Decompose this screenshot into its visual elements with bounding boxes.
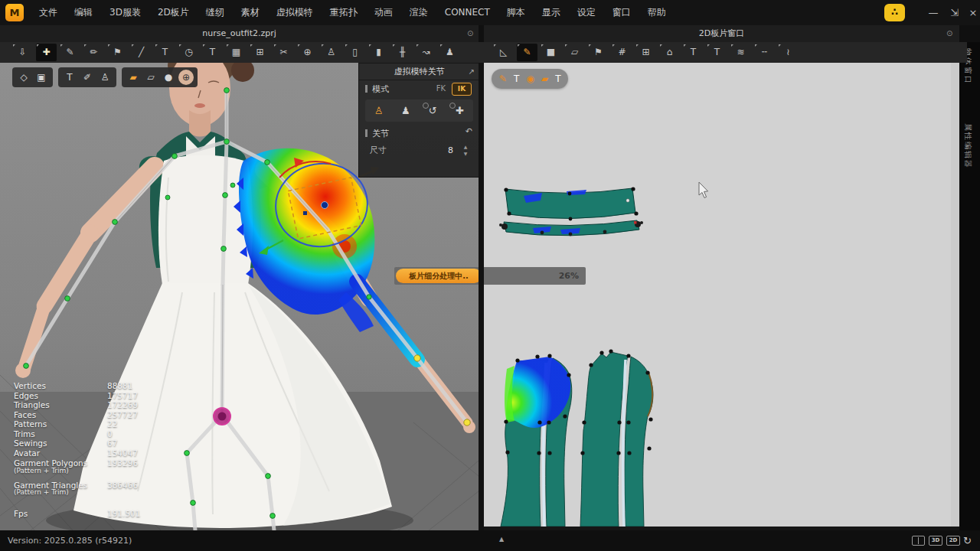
apron[interactable] bbox=[158, 155, 253, 285]
expand-arrow-icon[interactable]: ▲ bbox=[499, 530, 504, 549]
close-button[interactable]: × bbox=[962, 0, 980, 25]
3d-panel-pin-icon[interactable]: ⊙ bbox=[467, 28, 473, 40]
menu-sewing[interactable]: 缝纫 bbox=[198, 0, 233, 25]
fabric-on-icon[interactable]: ▰ bbox=[126, 70, 141, 85]
shirt-dots-icon[interactable]: T bbox=[707, 44, 727, 61]
size-stepper[interactable]: ▲▼ bbox=[461, 143, 470, 158]
pin-2d-icon[interactable]: ⚑ bbox=[588, 44, 609, 61]
pattern-back-bodice[interactable] bbox=[580, 349, 653, 527]
pattern-front-bodice[interactable] bbox=[501, 354, 572, 527]
quick-sew-icon[interactable]: T bbox=[555, 69, 560, 89]
3d-viewport[interactable]: ◇ ▣ T ✐ ♙ ▰ ▱ ● ⊕ 虚拟模特关节 ↗ 模式 FK IK ♙ ♟ … bbox=[0, 63, 479, 530]
viewport-divider[interactable] bbox=[479, 25, 484, 530]
measure-tool-icon[interactable]: ╫ bbox=[392, 44, 413, 61]
tape-tool-icon[interactable]: ▯ bbox=[345, 44, 365, 61]
history-tool-icon[interactable]: ◷ bbox=[178, 44, 199, 61]
menu-display[interactable]: 显示 bbox=[534, 0, 569, 25]
refresh-icon[interactable]: ↻ bbox=[963, 536, 972, 546]
cube-view-icon[interactable]: ◇ bbox=[16, 70, 31, 85]
pen-2d-icon[interactable]: ✎ bbox=[517, 44, 537, 61]
menu-3d-garment[interactable]: 3D服装 bbox=[101, 0, 149, 25]
quick-shirt-icon[interactable]: T bbox=[514, 69, 519, 89]
avatar-view-icon[interactable]: ♙ bbox=[97, 70, 113, 85]
iron-tool-icon[interactable]: ⌂ bbox=[659, 44, 680, 61]
quick-pen-icon[interactable]: ✎ bbox=[499, 69, 507, 89]
polygon-tool-icon[interactable]: ▱ bbox=[564, 44, 585, 61]
focus-avatar-icon[interactable]: ⊕ bbox=[178, 70, 194, 85]
mode-label: 模式 bbox=[372, 84, 389, 94]
2d-view-button[interactable]: 2D bbox=[946, 536, 960, 546]
ik-button[interactable]: IK bbox=[452, 83, 472, 96]
joint-label: 关节 bbox=[372, 129, 389, 139]
armor-view-icon[interactable]: ▣ bbox=[34, 70, 49, 85]
menu-retopo[interactable]: 重拓扑 bbox=[322, 0, 366, 25]
transform-2d-icon[interactable]: # bbox=[612, 44, 632, 61]
menu-animation[interactable]: 动画 bbox=[366, 0, 401, 25]
zigzag-tool-icon[interactable]: ≀ bbox=[778, 44, 799, 61]
pen-tool-icon[interactable]: ✎ bbox=[60, 44, 80, 61]
cut-tool-icon[interactable]: ✂ bbox=[273, 44, 294, 61]
tab-property-editor[interactable]: 属性编辑器 bbox=[962, 123, 973, 169]
joint-translate-icon[interactable]: ✚ bbox=[450, 102, 469, 120]
pin-tool-icon[interactable]: ⚑ bbox=[107, 44, 128, 61]
trim-tool-icon[interactable]: ▮ bbox=[368, 44, 389, 61]
undo-icon[interactable]: ↶ bbox=[466, 126, 472, 136]
3d-view-button[interactable]: 3D bbox=[929, 536, 942, 546]
menu-window[interactable]: 窗口 bbox=[604, 0, 639, 25]
menu-render[interactable]: 渲染 bbox=[401, 0, 436, 25]
shirt-view-icon[interactable]: T bbox=[62, 70, 77, 85]
walk-tool-icon[interactable]: ♟ bbox=[439, 44, 460, 61]
hub-icon[interactable]: ∴ bbox=[884, 4, 905, 21]
menu-help[interactable]: 帮助 bbox=[639, 0, 675, 25]
head-view-icon[interactable]: ● bbox=[161, 70, 176, 85]
menu-file[interactable]: 文件 bbox=[31, 0, 66, 25]
rect-tool-icon[interactable]: ■ bbox=[541, 44, 561, 61]
import-icon[interactable]: ⇩ bbox=[12, 44, 33, 61]
selected-joint-elbow[interactable] bbox=[414, 355, 420, 361]
circle-sew-icon[interactable]: ⊕ bbox=[297, 44, 318, 61]
grid-tool-icon[interactable]: ⊞ bbox=[250, 44, 270, 61]
needle-tool-icon[interactable]: ╱ bbox=[131, 44, 152, 61]
menu-connect[interactable]: CONNECT bbox=[436, 0, 498, 25]
app-logo-icon[interactable]: M bbox=[5, 4, 24, 21]
move-tool-icon[interactable]: ✚ bbox=[36, 44, 57, 61]
menu-2d-pattern[interactable]: 2D板片 bbox=[149, 0, 198, 25]
pleat-tool-icon[interactable]: ≋ bbox=[730, 44, 751, 61]
title-row: nurse_outfit2.zprj ⊙ 2D板片窗口 ⊙ bbox=[0, 25, 980, 42]
menu-material[interactable]: 素材 bbox=[233, 0, 268, 25]
split-view-icon[interactable] bbox=[912, 536, 925, 546]
2d-pattern-viewport[interactable]: ✎ T ◉ ▰ T bbox=[484, 63, 959, 530]
brush-view-icon[interactable]: ✐ bbox=[80, 70, 95, 85]
joint-panel-title: 虚拟模特关节 bbox=[359, 64, 479, 80]
selected-joint-hand[interactable] bbox=[464, 419, 470, 425]
menu-edit[interactable]: 编辑 bbox=[66, 0, 101, 25]
pose-icon[interactable]: ♙ bbox=[370, 102, 388, 120]
minimize-button[interactable]: — bbox=[922, 0, 945, 25]
garment-tool-icon[interactable]: T bbox=[155, 44, 175, 61]
pose-free-icon[interactable]: ♟ bbox=[397, 102, 415, 120]
fk-button[interactable]: FK bbox=[436, 83, 446, 95]
2d-panel-pin-icon[interactable]: ⊙ bbox=[946, 28, 952, 40]
brush-tool-icon[interactable]: ✏ bbox=[83, 44, 104, 61]
quick-fabric-icon[interactable]: ▰ bbox=[541, 69, 548, 89]
joint-rotate-icon[interactable]: ↺ bbox=[423, 102, 442, 120]
quick-avatar-icon[interactable]: ◉ bbox=[526, 69, 534, 89]
3d-window-titlebar[interactable]: nurse_outfit2.zprj ⊙ bbox=[0, 25, 479, 43]
mannequin-tool-icon[interactable]: ♙ bbox=[321, 44, 341, 61]
2d-window-titlebar[interactable]: 2D板片窗口 ⊙ bbox=[484, 25, 959, 43]
dash-tool-icon[interactable]: ╌ bbox=[754, 44, 775, 61]
panel-pin-icon[interactable]: ↗ bbox=[469, 64, 475, 80]
size-value[interactable]: 8 bbox=[448, 142, 453, 160]
menu-avatar[interactable]: 虚拟模特 bbox=[268, 0, 322, 25]
shirt-2d-icon[interactable]: T bbox=[683, 44, 704, 61]
menu-script[interactable]: 脚本 bbox=[498, 0, 534, 25]
fabric-off-icon[interactable]: ▱ bbox=[143, 70, 158, 85]
menu-bar: M 文件 编辑 3D服装 2D板片 缝纫 素材 虚拟模特 重拓扑 动画 渲染 C… bbox=[0, 0, 980, 25]
select-tool-icon[interactable]: ◺ bbox=[493, 44, 514, 61]
grid-2d-icon[interactable]: ⊞ bbox=[635, 44, 656, 61]
table-tool-icon[interactable]: ▦ bbox=[226, 44, 247, 61]
garment-fill-icon[interactable]: T bbox=[202, 44, 223, 61]
menu-settings[interactable]: 设定 bbox=[569, 0, 604, 25]
curve-tool-icon[interactable]: ↝ bbox=[416, 44, 436, 61]
scene-stats: Vertices88881 Edges175717 Triangles17226… bbox=[14, 381, 213, 519]
